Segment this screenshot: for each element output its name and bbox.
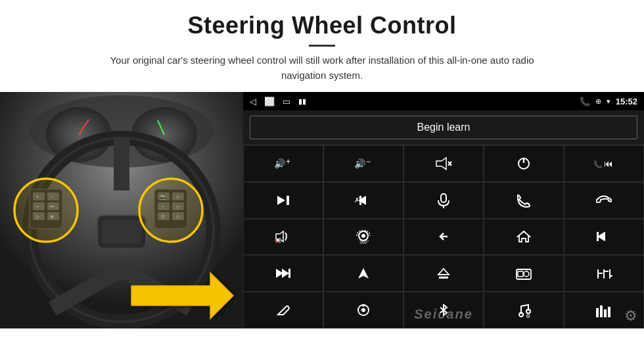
svg-rect-89 — [596, 308, 599, 317]
grid-phone-prev[interactable]: 📞⏮ — [564, 145, 644, 182]
grid-skip-back-double[interactable] — [564, 219, 644, 256]
grid-phone-call[interactable] — [484, 182, 564, 219]
gear-settings-icon[interactable]: ⚙ — [624, 307, 637, 325]
grid-pen-edit[interactable] — [243, 292, 323, 328]
square-outline-icon: ▭ — [283, 97, 290, 106]
svg-rect-76 — [518, 271, 523, 277]
svg-text:📢: 📢 — [275, 237, 281, 244]
svg-marker-52 — [277, 196, 285, 205]
grid-bluetooth[interactable] — [403, 292, 484, 328]
status-right-icons: 📞 ⊕ ▾ 15:52 — [580, 97, 637, 106]
grid-mute[interactable] — [403, 145, 484, 182]
grid-equalizer-sliders[interactable] — [564, 255, 644, 292]
grid-settings-knob[interactable] — [323, 292, 403, 328]
grid-home[interactable] — [484, 219, 564, 256]
svg-point-62 — [361, 234, 365, 238]
svg-marker-64 — [518, 231, 530, 242]
svg-rect-56 — [359, 196, 361, 205]
grid-power[interactable] — [484, 145, 564, 182]
grid-vol-down[interactable]: 🔊− — [323, 145, 403, 182]
grid-navigate[interactable] — [323, 255, 403, 292]
svg-text:⏮: ⏮ — [604, 158, 613, 169]
svg-text:📞: 📞 — [593, 160, 603, 169]
svg-text:🔊: 🔊 — [354, 158, 366, 169]
steering-wheel-image: + ~ − ↩ ▷ ⊕ 📷 ◇ ○ ◇ ⊡ ◇ — [0, 92, 243, 328]
svg-text:−: − — [366, 157, 371, 166]
content-area: + ~ − ↩ ▷ ⊕ 📷 ◇ ○ ◇ ⊡ ◇ — [0, 92, 644, 328]
svg-point-75 — [524, 271, 529, 277]
grid-speaker[interactable]: 📢 — [243, 219, 323, 256]
svg-rect-53 — [287, 196, 289, 205]
grid-vol-up[interactable]: 🔊+ — [243, 145, 323, 182]
svg-text:🔊: 🔊 — [274, 158, 286, 169]
title-divider — [309, 45, 335, 47]
grid-back[interactable] — [403, 219, 484, 256]
svg-point-84 — [361, 308, 365, 312]
svg-rect-91 — [604, 309, 607, 317]
svg-text:⚙: ⚙ — [526, 313, 530, 318]
subtitle-text: Your original car's steering wheel contr… — [99, 53, 545, 83]
svg-marker-72 — [438, 269, 449, 275]
svg-marker-70 — [282, 269, 289, 278]
steering-wheel-svg: + ~ − ↩ ▷ ⊕ 📷 ◇ ○ ◇ ⊡ ◇ — [0, 92, 243, 328]
page-title: Steering Wheel Control — [0, 12, 644, 39]
home-rect-icon: ⬜ — [264, 97, 275, 106]
title-section: Steering Wheel Control Your original car… — [0, 12, 644, 83]
svg-rect-73 — [439, 277, 448, 279]
status-time: 15:52 — [616, 97, 637, 106]
location-status-icon: ⊕ — [595, 97, 601, 106]
svg-text:360°: 360° — [359, 240, 369, 244]
page-container: Steering Wheel Control Your original car… — [0, 0, 644, 360]
svg-point-40 — [139, 179, 202, 242]
grid-fast-forward[interactable] — [243, 255, 323, 292]
svg-point-86 — [519, 313, 523, 317]
grid-360-cam[interactable]: 360° — [323, 219, 403, 256]
grid-skip-next[interactable] — [243, 182, 323, 219]
svg-text:+: + — [286, 157, 290, 166]
begin-learn-button[interactable]: Begin learn — [250, 116, 637, 139]
svg-rect-12 — [102, 220, 141, 244]
grid-skip-prev-x[interactable]: ✗ — [323, 182, 403, 219]
grid-mic[interactable] — [403, 182, 484, 219]
svg-point-85 — [362, 304, 365, 307]
icon-grid: 🔊+ 🔊− 📞⏮ ✗ — [243, 145, 644, 328]
svg-rect-90 — [600, 305, 603, 317]
android-ui-panel: ◁ ⬜ ▭ ▮▮ 📞 ⊕ ▾ 15:52 Begin learn — [243, 92, 644, 328]
svg-marker-71 — [358, 268, 369, 279]
phone-status-icon: 📞 — [580, 97, 590, 106]
svg-marker-45 — [436, 158, 446, 169]
svg-point-39 — [14, 179, 78, 242]
svg-text:✗: ✗ — [354, 196, 359, 204]
grid-phone-end[interactable] — [564, 182, 644, 219]
signal-icon: ▮▮ — [298, 97, 306, 106]
back-arrow-icon: ◁ — [250, 97, 256, 106]
status-bar: ◁ ⬜ ▭ ▮▮ 📞 ⊕ ▾ 15:52 — [243, 92, 644, 110]
status-left-icons: ◁ ⬜ ▭ ▮▮ — [250, 97, 306, 106]
wifi-status-icon: ▾ — [607, 97, 610, 106]
svg-rect-57 — [441, 194, 446, 202]
svg-rect-92 — [608, 307, 610, 317]
grid-radio[interactable] — [484, 255, 564, 292]
begin-learn-row: Begin learn — [243, 110, 644, 145]
grid-music-note[interactable]: ⚙ — [484, 292, 564, 328]
grid-eject[interactable] — [403, 255, 484, 292]
